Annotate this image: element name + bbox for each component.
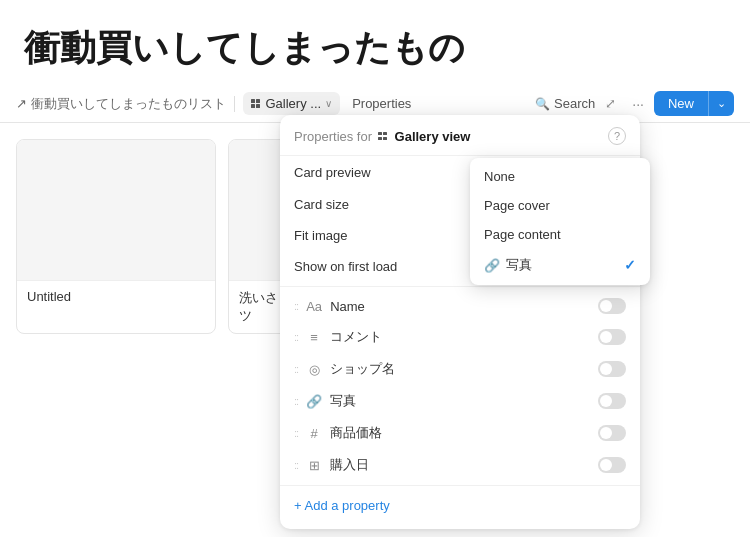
property-row[interactable]: :: ≡ コメント [280, 321, 640, 353]
add-property-button[interactable]: + Add a property [280, 490, 640, 521]
card-label: Untitled [17, 280, 215, 312]
new-chevron-button[interactable]: ⌄ [708, 91, 734, 116]
prop-name: 購入日 [330, 456, 590, 474]
prop-type-icon: 🔗 [306, 394, 322, 409]
dropdown-items: NonePage coverPage content 🔗 写真 ✓ [470, 162, 650, 281]
dropdown-item-label: Page content [484, 227, 561, 242]
gallery-icon [251, 99, 260, 108]
breadcrumb[interactable]: ↗ 衝動買いしてしまったものリスト [16, 95, 226, 113]
new-button[interactable]: New [654, 91, 708, 116]
dropdown-item-left: 🔗 写真 [484, 256, 532, 274]
breadcrumb-text: 衝動買いしてしまったものリスト [31, 95, 226, 113]
card-image [17, 140, 215, 280]
prop-toggle[interactable] [598, 298, 626, 314]
card-preview-label: Card preview [294, 165, 371, 180]
dropdown-item-label: Page cover [484, 198, 550, 213]
property-row[interactable]: :: ⊞ 購入日 [280, 449, 640, 481]
panel-view-name: Gallery view [395, 129, 471, 144]
dropdown-item[interactable]: None [470, 162, 650, 191]
prop-toggle[interactable] [598, 361, 626, 377]
properties-button[interactable]: Properties [344, 92, 419, 115]
prop-type-icon: ⊞ [306, 458, 322, 473]
expand-button[interactable]: ⤢ [599, 92, 622, 115]
prop-toggle[interactable] [598, 329, 626, 345]
prop-name: コメント [330, 328, 590, 346]
new-button-group: New ⌄ [654, 91, 734, 116]
dropdown-item[interactable]: Page content [470, 220, 650, 249]
prop-name: 写真 [330, 392, 590, 410]
prop-name: 商品価格 [330, 424, 590, 442]
panel-header-left: Properties for Gallery view [294, 129, 470, 144]
property-row[interactable]: :: ◎ ショップ名 [280, 353, 640, 385]
panel-divider-2 [280, 485, 640, 486]
check-icon: ✓ [624, 257, 636, 273]
dropdown-item-label: None [484, 169, 515, 184]
search-button[interactable]: 🔍 Search [535, 96, 595, 111]
toolbar-separator [234, 96, 235, 112]
fit-image-label: Fit image [294, 228, 347, 243]
chevron-down-icon: ∨ [325, 98, 332, 109]
panel-gallery-icon [378, 132, 387, 141]
prop-type-icon: # [306, 426, 322, 441]
prop-toggle[interactable] [598, 457, 626, 473]
show-on-first-load-label: Show on first load [294, 259, 397, 274]
prop-type-icon: ◎ [306, 362, 322, 377]
panel-divider [280, 286, 640, 287]
drag-handle-icon: :: [294, 363, 298, 375]
panel-header-prefix: Properties for [294, 129, 372, 144]
prop-toggle[interactable] [598, 425, 626, 441]
view-label: Gallery ... [266, 96, 322, 111]
dropdown-item[interactable]: 🔗 写真 ✓ [470, 249, 650, 281]
card-size-label: Card size [294, 197, 349, 212]
help-button[interactable]: ? [608, 127, 626, 145]
more-button[interactable]: ··· [626, 92, 650, 116]
gallery-view-button[interactable]: Gallery ... ∨ [243, 92, 340, 115]
breadcrumb-arrow-icon: ↗ [16, 96, 27, 111]
property-row[interactable]: :: Aa Name [280, 291, 640, 321]
dropdown-item-icon: 🔗 [484, 258, 500, 273]
property-rows: :: Aa Name :: ≡ コメント :: ◎ ショップ名 :: 🔗 写真 … [280, 291, 640, 481]
drag-handle-icon: :: [294, 459, 298, 471]
property-row[interactable]: :: # 商品価格 [280, 417, 640, 449]
prop-name: Name [330, 299, 590, 314]
page-title: 衝動買いしてしまったもの [0, 0, 750, 85]
dropdown-item[interactable]: Page cover [470, 191, 650, 220]
prop-name: ショップ名 [330, 360, 590, 378]
prop-type-icon: Aa [306, 299, 322, 314]
search-label: Search [554, 96, 595, 111]
drag-handle-icon: :: [294, 300, 298, 312]
drag-handle-icon: :: [294, 331, 298, 343]
dropdown-item-label: 写真 [506, 256, 532, 274]
prop-type-icon: ≡ [306, 330, 322, 345]
panel-header: Properties for Gallery view ? [280, 115, 640, 156]
search-icon: 🔍 [535, 97, 550, 111]
gallery-card[interactable]: Untitled [16, 139, 216, 334]
drag-handle-icon: :: [294, 427, 298, 439]
card-preview-dropdown: NonePage coverPage content 🔗 写真 ✓ [470, 158, 650, 285]
drag-handle-icon: :: [294, 395, 298, 407]
property-row[interactable]: :: 🔗 写真 [280, 385, 640, 417]
prop-toggle[interactable] [598, 393, 626, 409]
